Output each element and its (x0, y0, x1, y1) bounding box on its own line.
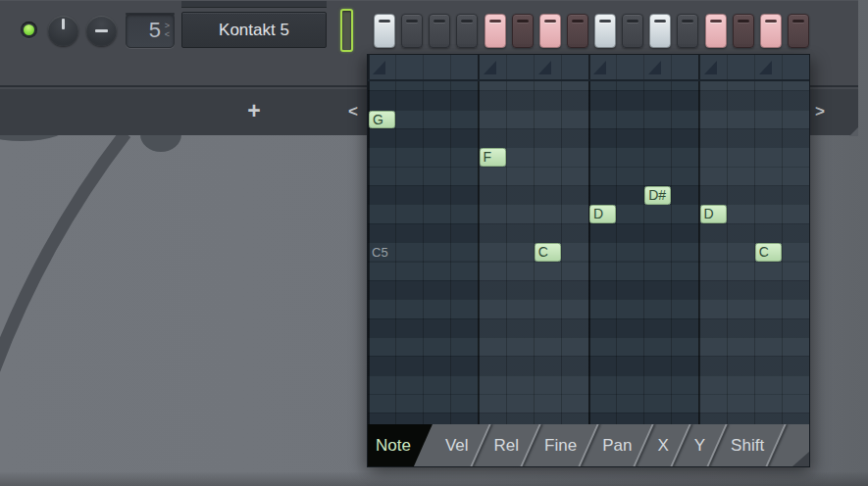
channel-number: 5 (149, 18, 161, 43)
tab-pan[interactable]: Pan (589, 424, 644, 466)
editor-tab-bar: NoteVelRelFinePanXYShift (368, 424, 809, 466)
scroll-right-arrow[interactable]: > (812, 101, 828, 122)
editor-note-grid[interactable]: C5 GFCDD#DC (368, 81, 809, 424)
step-button-10[interactable] (622, 14, 643, 48)
tabbar-corner-notch (792, 452, 809, 466)
grid-row-e5[interactable] (368, 167, 809, 185)
grid-row-fs5[interactable] (368, 128, 809, 147)
note-c5-step15[interactable]: C (755, 243, 782, 262)
spinner-down-icon[interactable]: < (165, 30, 170, 39)
grid-row-gs4[interactable] (368, 318, 809, 337)
channel-select-led[interactable] (340, 9, 353, 52)
previous-row-edge (181, 1, 327, 8)
grid-row-ds4[interactable] (368, 413, 809, 424)
step-button-9[interactable] (594, 14, 616, 48)
step-button-2[interactable] (401, 14, 423, 48)
grid-row-d5[interactable] (368, 204, 809, 222)
step-button-16[interactable] (788, 14, 809, 48)
scroll-left-arrow[interactable]: < (345, 101, 361, 122)
note-d5-step13[interactable]: D (700, 205, 727, 223)
editor-header-row[interactable] (368, 55, 809, 81)
grid-row-fs4[interactable] (368, 356, 809, 374)
note-c5-step7[interactable]: C (535, 243, 561, 262)
grid-row-cs5[interactable] (368, 223, 809, 242)
channel-volume-knob[interactable] (86, 16, 117, 46)
step-button-11[interactable] (649, 14, 671, 48)
note-marker-triangle (704, 61, 717, 74)
step-sequencer (368, 1, 814, 60)
grid-row-b4[interactable] (368, 262, 809, 280)
tab-rel[interactable]: Rel (482, 424, 533, 466)
tab-shift[interactable]: Shift (718, 424, 777, 466)
tab-y[interactable]: Y (682, 424, 718, 466)
step-button-13[interactable] (705, 14, 727, 48)
step-button-8[interactable] (567, 14, 588, 48)
step-button-3[interactable] (429, 14, 450, 48)
note-marker-triangle (648, 61, 661, 74)
channel-name: Kontakt 5 (219, 21, 289, 40)
tab-fine[interactable]: Fine (532, 424, 589, 466)
grid-row-a4[interactable] (368, 299, 809, 317)
note-g5-step1[interactable]: G (369, 111, 395, 129)
grid-row-e4[interactable] (368, 394, 809, 413)
led-glow (24, 24, 34, 35)
channel-enable-led[interactable] (21, 22, 37, 38)
step-button-15[interactable] (760, 14, 782, 48)
step-button-4[interactable] (456, 14, 478, 48)
row-pitch-label: C5 (372, 245, 388, 260)
channel-number-box[interactable]: 5 > < (126, 13, 175, 48)
step-button-1[interactable] (374, 14, 395, 48)
grid-row-g5[interactable] (368, 110, 809, 128)
step-button-12[interactable] (677, 14, 698, 48)
note-marker-triangle (759, 61, 772, 74)
background-bottom-shade (0, 472, 868, 486)
window-corner-notch (849, 127, 858, 136)
note-marker-triangle (373, 61, 385, 74)
step-button-14[interactable] (733, 14, 754, 48)
tab-vel[interactable]: Vel (433, 424, 482, 466)
note-marker-triangle (538, 61, 551, 74)
note-marker-triangle (593, 61, 606, 74)
channel-pan-knob[interactable] (48, 16, 78, 46)
keyboard-editor-popup: C5 GFCDD#DC NoteVelRelFinePanXYShift (367, 54, 810, 467)
grid-row-c5[interactable] (368, 242, 809, 261)
grid-row-ds5[interactable] (368, 185, 809, 204)
grid-row-as4[interactable] (368, 280, 809, 299)
tab-note[interactable]: Note (368, 424, 433, 466)
step-button-7[interactable] (539, 14, 561, 48)
add-channel-button[interactable]: + (241, 98, 267, 125)
knob-pointer (62, 19, 65, 29)
grid-row-a5[interactable] (368, 81, 809, 90)
note-d5-step9[interactable]: D (589, 205, 616, 223)
note-marker-triangle (484, 61, 496, 74)
note-ds5-step11[interactable]: D# (644, 186, 671, 205)
channel-button[interactable]: Kontakt 5 (181, 12, 327, 48)
grid-row-gs5[interactable] (368, 90, 809, 109)
grid-row-f4[interactable] (368, 375, 809, 394)
tab-x[interactable]: X (644, 424, 681, 466)
note-f5-step5[interactable]: F (480, 148, 506, 167)
grid-row-f5[interactable] (368, 147, 809, 166)
step-button-6[interactable] (512, 14, 534, 48)
grid-row-g4[interactable] (368, 337, 809, 356)
step-button-5[interactable] (485, 14, 506, 48)
knob-pointer (95, 29, 108, 33)
